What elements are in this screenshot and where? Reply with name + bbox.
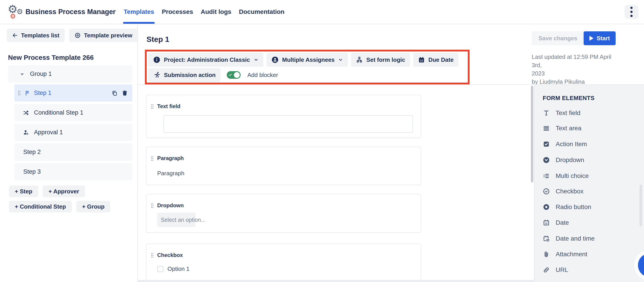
tab-templates[interactable]: Templates [124, 0, 154, 24]
main-scrollbar-thumb[interactable] [531, 86, 533, 182]
play-icon [590, 36, 594, 41]
template-preview-button[interactable]: Template preview [69, 29, 138, 42]
text-field-input[interactable] [164, 115, 413, 133]
template-structure-sidebar: Templates list Template preview New Proc… [0, 24, 138, 282]
tree-group-row[interactable]: Group 1 [8, 65, 132, 83]
tree-step2-row[interactable]: Step 2 [14, 143, 132, 161]
templates-list-label: Templates list [21, 32, 59, 39]
form-elements-title: FORM ELEMENTS [543, 95, 594, 102]
tab-audit-logs[interactable]: Audit logs [201, 0, 232, 24]
palette-item-url[interactable]: URL [543, 265, 568, 274]
submission-action-button[interactable]: Submission action [148, 68, 220, 82]
tree-step3-label: Step 3 [23, 168, 41, 175]
add-conditional-step-button[interactable]: + Conditional Step [9, 201, 72, 212]
add-group-button[interactable]: + Group [76, 201, 110, 212]
form-card-paragraph: Paragraph Paragraph [146, 147, 421, 185]
templates-list-button[interactable]: Templates list [7, 29, 64, 42]
text-field-card-label: Text field [157, 103, 180, 109]
app-window: ⚙ ⚙ ⚙ Business Process Manager Templates… [0, 0, 644, 282]
start-button-label: Start [596, 35, 610, 42]
assignees-dropdown-button[interactable]: Multiple Assignees [266, 53, 348, 67]
step-title: Step 1 [146, 35, 169, 44]
set-form-logic-button[interactable]: Set form logic [351, 53, 410, 67]
tree-approval-label: Approval 1 [34, 129, 63, 136]
add-approver-button[interactable]: + Approver [43, 185, 85, 197]
form-card-text-field: Text field [146, 95, 421, 138]
step-settings-toolbar-annotation: Project: Administration Classic Multiple… [145, 50, 470, 84]
tree-step2-label: Step 2 [23, 149, 41, 156]
bottom-edge-strip [138, 280, 534, 282]
drag-handle-icon[interactable] [18, 90, 21, 96]
due-date-button[interactable]: Due Date [413, 53, 459, 67]
tree-step1-row[interactable]: Step 1 [14, 84, 132, 102]
action-item-icon [543, 141, 550, 148]
palette-item-checkbox[interactable]: Checkbox [543, 187, 584, 196]
add-step-button[interactable]: + Step [9, 185, 38, 197]
step-editor-main: Step 1 Project: Administration Classic M… [138, 24, 534, 282]
palette-item-radio-button[interactable]: Radio button [543, 202, 591, 212]
app-title: Business Process Manager [26, 0, 116, 24]
set-form-logic-label: Set form logic [366, 56, 405, 63]
text-field-icon [543, 109, 550, 117]
save-changes-button[interactable]: Save changes [532, 31, 584, 45]
option-label: Option 1 [168, 265, 190, 272]
approver-person-check-icon [23, 129, 29, 136]
toggle-knob [234, 72, 240, 78]
palette-item-date-and-time[interactable]: Date and time [543, 234, 594, 243]
add-blocker-toggle[interactable] [227, 71, 240, 79]
date-and-time-icon [543, 235, 550, 242]
chevron-down-icon [19, 71, 25, 77]
template-preview-label: Template preview [84, 32, 132, 39]
drag-handle-icon[interactable] [150, 252, 154, 258]
tree-step1-label: Step 1 [34, 90, 52, 97]
preview-target-icon [74, 32, 81, 39]
panel-scrollbar-thumb[interactable] [640, 185, 642, 226]
multi-choice-icon [543, 172, 550, 179]
calendar-icon [418, 56, 425, 63]
tab-processes[interactable]: Processes [162, 0, 193, 24]
text-area-icon [543, 125, 550, 132]
palette-item-date[interactable]: Date [543, 218, 569, 227]
start-button[interactable]: Start [584, 31, 616, 45]
toggle-check-icon [229, 74, 232, 76]
tree-conditional-step-row[interactable]: Conditional Step 1 [14, 104, 132, 121]
palette-item-attachment[interactable]: Attachment [543, 249, 588, 259]
paragraph-card-label: Paragraph [157, 155, 184, 161]
checkbox-card-label: Checkbox [157, 252, 183, 258]
kebab-icon [630, 7, 632, 9]
shuffle-icon [23, 110, 29, 116]
palette-item-text-area[interactable]: Text area [543, 124, 582, 133]
flag-icon [24, 90, 30, 96]
more-options-button[interactable] [624, 5, 638, 19]
last-updated-text: Last updated at 12:59 PM April 3rd, 2023… [532, 53, 615, 86]
tab-documentation[interactable]: Documentation [239, 0, 284, 24]
paragraph-body-text: Paragraph [157, 170, 184, 177]
tree-conditional-step-label: Conditional Step 1 [34, 109, 84, 116]
tree-step3-row[interactable]: Step 3 [14, 163, 132, 180]
app-logo-gears-icon: ⚙ ⚙ ⚙ [8, 2, 25, 22]
submission-action-label: Submission action [164, 72, 216, 79]
palette-item-text-field[interactable]: Text field [543, 108, 580, 118]
person-icon [272, 56, 278, 63]
project-dropdown-label: Project: Administration Classic [164, 56, 250, 63]
url-link-icon [543, 266, 550, 273]
dropdown-placeholder: Select an option... [161, 217, 206, 223]
drag-handle-icon[interactable] [150, 203, 154, 209]
tree-approval-row[interactable]: Approval 1 [14, 124, 132, 141]
palette-item-dropdown[interactable]: Dropdown [543, 155, 584, 165]
option-checkbox[interactable] [157, 266, 164, 272]
info-icon [153, 56, 160, 63]
drag-handle-icon[interactable] [150, 104, 154, 109]
runner-icon [153, 71, 160, 79]
trash-icon[interactable] [122, 90, 128, 96]
copy-icon[interactable] [111, 90, 118, 96]
palette-item-action-item[interactable]: Action Item [543, 139, 587, 149]
template-title: New Process Template 266 [8, 54, 94, 61]
palette-item-multi-choice[interactable]: Multi choice [543, 171, 589, 181]
dropdown-select[interactable]: Select an option... [157, 213, 196, 227]
project-dropdown-button[interactable]: Project: Administration Classic [148, 53, 264, 67]
assignees-dropdown-label: Multiple Assignees [282, 56, 335, 63]
palette-item-number[interactable] [543, 281, 556, 282]
dropdown-card-label: Dropdown [157, 202, 184, 209]
drag-handle-icon[interactable] [150, 156, 154, 161]
